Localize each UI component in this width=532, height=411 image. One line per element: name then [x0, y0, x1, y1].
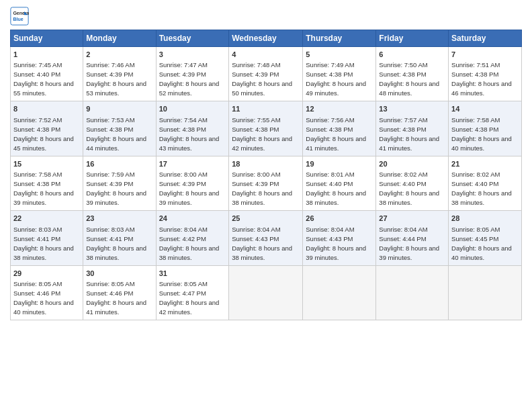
day-info: Sunrise: 8:05 AMSunset: 4:47 PMDaylight:…	[159, 280, 220, 316]
day-number: 16	[86, 159, 152, 169]
day-number: 12	[306, 104, 373, 114]
day-number: 7	[451, 50, 519, 60]
calendar-cell: 14Sunrise: 7:58 AMSunset: 4:38 PMDayligh…	[449, 101, 522, 156]
calendar-cell: 5Sunrise: 7:49 AMSunset: 4:38 PMDaylight…	[303, 47, 376, 101]
svg-rect-0	[11, 7, 28, 25]
day-number: 23	[86, 214, 152, 224]
day-info: Sunrise: 7:51 AMSunset: 4:38 PMDaylight:…	[451, 61, 512, 97]
calendar-header-tuesday: Tuesday	[156, 30, 229, 47]
day-number: 24	[159, 214, 226, 224]
calendar-week-3: 15Sunrise: 7:58 AMSunset: 4:38 PMDayligh…	[11, 156, 522, 210]
calendar-week-4: 22Sunrise: 8:03 AMSunset: 4:41 PMDayligh…	[11, 211, 522, 265]
day-number: 31	[159, 269, 226, 279]
day-number: 15	[13, 159, 80, 169]
calendar-cell: 30Sunrise: 8:05 AMSunset: 4:46 PMDayligh…	[83, 265, 156, 320]
day-info: Sunrise: 7:52 AMSunset: 4:38 PMDaylight:…	[13, 116, 74, 152]
calendar-header-friday: Friday	[376, 30, 449, 47]
calendar-cell: 13Sunrise: 7:57 AMSunset: 4:38 PMDayligh…	[376, 101, 449, 156]
day-number: 26	[306, 214, 373, 224]
day-info: Sunrise: 8:04 AMSunset: 4:44 PMDaylight:…	[379, 226, 439, 261]
calendar-cell: 2Sunrise: 7:46 AMSunset: 4:39 PMDaylight…	[83, 47, 156, 101]
calendar-cell: 16Sunrise: 7:59 AMSunset: 4:39 PMDayligh…	[83, 156, 156, 210]
calendar-cell: 19Sunrise: 8:01 AMSunset: 4:40 PMDayligh…	[303, 156, 376, 210]
calendar-table: SundayMondayTuesdayWednesdayThursdayFrid…	[10, 30, 522, 320]
day-info: Sunrise: 8:05 AMSunset: 4:46 PMDaylight:…	[86, 280, 146, 316]
day-info: Sunrise: 7:49 AMSunset: 4:38 PMDaylight:…	[306, 61, 366, 97]
day-info: Sunrise: 7:57 AMSunset: 4:38 PMDaylight:…	[379, 116, 439, 152]
day-number: 1	[13, 50, 80, 60]
day-info: Sunrise: 7:48 AMSunset: 4:39 PMDaylight:…	[232, 61, 292, 97]
day-info: Sunrise: 8:04 AMSunset: 4:43 PMDaylight:…	[306, 226, 366, 261]
calendar-cell: 1Sunrise: 7:45 AMSunset: 4:40 PMDaylight…	[11, 47, 83, 101]
calendar-week-5: 29Sunrise: 8:05 AMSunset: 4:46 PMDayligh…	[11, 265, 522, 320]
day-info: Sunrise: 7:56 AMSunset: 4:38 PMDaylight:…	[306, 116, 366, 152]
day-info: Sunrise: 8:00 AMSunset: 4:39 PMDaylight:…	[232, 171, 292, 206]
day-number: 3	[159, 50, 226, 60]
calendar-cell: 6Sunrise: 7:50 AMSunset: 4:38 PMDaylight…	[376, 47, 449, 101]
day-number: 4	[232, 50, 300, 60]
calendar-header-sunday: Sunday	[11, 30, 83, 47]
day-info: Sunrise: 8:02 AMSunset: 4:40 PMDaylight:…	[451, 171, 512, 206]
calendar-week-1: 1Sunrise: 7:45 AMSunset: 4:40 PMDaylight…	[11, 47, 522, 101]
day-info: Sunrise: 7:59 AMSunset: 4:39 PMDaylight:…	[86, 171, 146, 206]
day-number: 11	[232, 104, 300, 114]
day-info: Sunrise: 7:50 AMSunset: 4:38 PMDaylight:…	[379, 61, 439, 97]
day-info: Sunrise: 8:03 AMSunset: 4:41 PMDaylight:…	[86, 226, 146, 261]
calendar-cell	[449, 265, 522, 320]
day-info: Sunrise: 8:04 AMSunset: 4:43 PMDaylight:…	[232, 226, 292, 261]
calendar-cell: 26Sunrise: 8:04 AMSunset: 4:43 PMDayligh…	[303, 211, 376, 265]
day-number: 2	[86, 50, 152, 60]
calendar-cell: 29Sunrise: 8:05 AMSunset: 4:46 PMDayligh…	[11, 265, 83, 320]
calendar-header-monday: Monday	[83, 30, 156, 47]
day-number: 30	[86, 269, 152, 279]
calendar-header-saturday: Saturday	[449, 30, 522, 47]
day-number: 17	[159, 159, 226, 169]
calendar-cell: 20Sunrise: 8:02 AMSunset: 4:40 PMDayligh…	[376, 156, 449, 210]
day-info: Sunrise: 8:01 AMSunset: 4:40 PMDaylight:…	[306, 171, 366, 206]
day-info: Sunrise: 8:00 AMSunset: 4:39 PMDaylight:…	[159, 171, 220, 206]
calendar-header-thursday: Thursday	[303, 30, 376, 47]
day-info: Sunrise: 7:58 AMSunset: 4:38 PMDaylight:…	[13, 171, 74, 206]
day-info: Sunrise: 7:58 AMSunset: 4:38 PMDaylight:…	[451, 116, 512, 152]
day-number: 20	[379, 159, 445, 169]
day-info: Sunrise: 7:47 AMSunset: 4:39 PMDaylight:…	[159, 61, 220, 97]
day-number: 8	[13, 104, 80, 114]
calendar-cell: 11Sunrise: 7:55 AMSunset: 4:38 PMDayligh…	[229, 101, 303, 156]
day-number: 10	[159, 104, 226, 114]
day-number: 13	[379, 104, 445, 114]
day-number: 21	[451, 159, 519, 169]
calendar-cell: 12Sunrise: 7:56 AMSunset: 4:38 PMDayligh…	[303, 101, 376, 156]
day-info: Sunrise: 8:02 AMSunset: 4:40 PMDaylight:…	[379, 171, 439, 206]
day-info: Sunrise: 8:03 AMSunset: 4:41 PMDaylight:…	[13, 226, 74, 261]
day-number: 14	[451, 104, 519, 114]
day-number: 9	[86, 104, 152, 114]
calendar-cell: 24Sunrise: 8:04 AMSunset: 4:42 PMDayligh…	[156, 211, 229, 265]
header: General Blue	[10, 7, 522, 26]
day-info: Sunrise: 7:55 AMSunset: 4:38 PMDaylight:…	[232, 116, 292, 152]
calendar-cell: 25Sunrise: 8:04 AMSunset: 4:43 PMDayligh…	[229, 211, 303, 265]
calendar-cell: 22Sunrise: 8:03 AMSunset: 4:41 PMDayligh…	[11, 211, 83, 265]
calendar-cell	[229, 265, 303, 320]
calendar-cell: 21Sunrise: 8:02 AMSunset: 4:40 PMDayligh…	[449, 156, 522, 210]
calendar-header-row: SundayMondayTuesdayWednesdayThursdayFrid…	[11, 30, 522, 47]
svg-text:Blue: Blue	[13, 17, 23, 21]
calendar-cell: 15Sunrise: 7:58 AMSunset: 4:38 PMDayligh…	[11, 156, 83, 210]
day-number: 5	[306, 50, 373, 60]
day-info: Sunrise: 8:04 AMSunset: 4:42 PMDaylight:…	[159, 226, 220, 261]
day-info: Sunrise: 8:05 AMSunset: 4:45 PMDaylight:…	[451, 226, 512, 261]
day-number: 28	[451, 214, 519, 224]
day-info: Sunrise: 7:45 AMSunset: 4:40 PMDaylight:…	[13, 61, 74, 97]
calendar-cell: 18Sunrise: 8:00 AMSunset: 4:39 PMDayligh…	[229, 156, 303, 210]
calendar-cell: 8Sunrise: 7:52 AMSunset: 4:38 PMDaylight…	[11, 101, 83, 156]
calendar-cell: 27Sunrise: 8:04 AMSunset: 4:44 PMDayligh…	[376, 211, 449, 265]
day-number: 27	[379, 214, 445, 224]
calendar-cell: 10Sunrise: 7:54 AMSunset: 4:38 PMDayligh…	[156, 101, 229, 156]
calendar-cell: 7Sunrise: 7:51 AMSunset: 4:38 PMDaylight…	[449, 47, 522, 101]
logo-icon: General Blue	[10, 7, 29, 26]
day-info: Sunrise: 7:54 AMSunset: 4:38 PMDaylight:…	[159, 116, 220, 152]
day-number: 19	[306, 159, 373, 169]
day-number: 18	[232, 159, 300, 169]
calendar-cell: 28Sunrise: 8:05 AMSunset: 4:45 PMDayligh…	[449, 211, 522, 265]
calendar-cell	[303, 265, 376, 320]
day-info: Sunrise: 7:46 AMSunset: 4:39 PMDaylight:…	[86, 61, 146, 97]
